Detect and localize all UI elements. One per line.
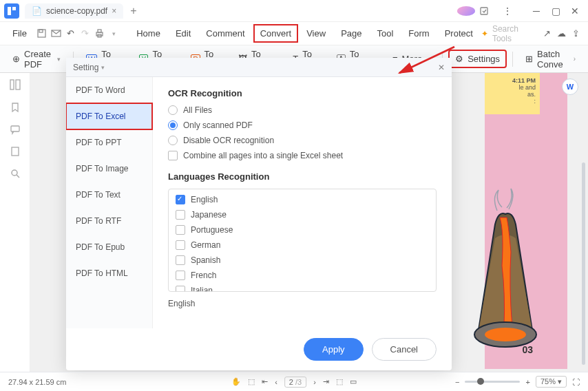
fit-page-icon[interactable]: ▭ [350,377,357,386]
menu-protect[interactable]: Protect [438,24,480,43]
document-page: 4:11 PM le and as. : 03 [485,73,567,369]
maximize-button[interactable]: ▢ [547,6,565,17]
cloud-icon[interactable]: ☁ [555,26,568,41]
cancel-button[interactable]: Cancel [372,338,437,361]
checkbox-icon [176,225,185,235]
redo-icon[interactable]: ↷ [78,26,92,41]
print-dropdown-icon[interactable]: ▾ [107,26,120,41]
checkbox-icon [176,286,185,292]
prev-page-icon[interactable]: ‹ [275,378,277,386]
svg-rect-12 [12,147,19,156]
select-tool-icon[interactable]: ⬚ [248,377,255,386]
undo-icon[interactable]: ↶ [64,26,77,41]
combine-pages-checkbox[interactable]: Combine all pages into a single Excel sh… [168,151,437,160]
bookmark-icon[interactable] [10,102,21,113]
checkbox-icon [176,210,185,220]
close-window-button[interactable]: ✕ [566,6,584,17]
menu-view[interactable]: View [300,24,333,43]
settings-nav: PDF To Word PDF To Excel PDF To PPT PDF … [66,77,153,328]
batch-icon: ⊞ [525,54,533,64]
ocr-all-files-radio[interactable]: All Files [168,105,437,115]
scrollbar[interactable] [582,162,585,365]
zoom-value[interactable]: 75% ▾ [536,376,567,388]
fit-width-icon[interactable]: ⬚ [336,377,343,386]
sparkle-icon: ✦ [481,29,488,39]
app-icon [4,3,19,19]
nav-pdf-to-rtf[interactable]: PDF To RTF [66,208,152,234]
nav-pdf-to-excel[interactable]: PDF To Excel [66,103,152,129]
lang-french[interactable]: French [176,271,429,280]
page-dimensions: 27.94 x 21.59 cm [8,378,66,386]
nav-pdf-to-text[interactable]: PDF To Text [66,182,152,208]
kebab-menu-icon[interactable]: ⋮ [498,6,516,17]
page-input[interactable]: 2 /3 [284,377,306,388]
next-page-icon[interactable]: › [313,378,316,386]
volcano-illustration [471,169,540,362]
svg-rect-9 [10,80,14,89]
batch-convert-button[interactable]: ⊞Batch Conve› [518,45,582,74]
sticky-note[interactable]: 4:11 PM le and as. : [485,73,540,114]
nav-pdf-to-epub[interactable]: PDF To Epub [66,234,152,260]
share-icon[interactable] [479,6,497,16]
lang-portuguese[interactable]: Portuguese [176,225,429,235]
apply-button[interactable]: Apply [304,338,364,361]
nav-pdf-to-html[interactable]: PDF To HTML [66,260,152,286]
menu-tool[interactable]: Tool [370,24,401,43]
open-external-icon[interactable]: ↗ [540,26,554,41]
window-controls: ⋮ ─ ▢ ✕ [457,6,584,17]
radio-icon [168,120,178,130]
checkbox-icon [176,271,185,280]
last-page-icon[interactable]: ⇥ [323,377,329,386]
ocr-disable-radio[interactable]: Disable OCR recognition [168,136,437,145]
menu-convert[interactable]: Convert [253,24,299,43]
dialog-header: Setting ▾ ✕ [66,58,452,77]
settings-button[interactable]: ⚙Settings [448,50,507,68]
menu-file[interactable]: File [6,24,34,43]
chevron-down-icon: ▾ [57,56,61,63]
nav-pdf-to-word[interactable]: PDF To Word [66,77,152,103]
lang-japanese[interactable]: Japanese [176,210,429,220]
lang-english[interactable]: English [176,195,429,204]
zoom-slider[interactable] [465,381,520,383]
search-tools[interactable]: ✦ Search Tools [481,24,532,43]
menu-home[interactable]: Home [129,24,167,43]
chevron-down-icon[interactable]: ▾ [101,64,105,71]
page-number: 03 [522,344,533,355]
attachment-icon[interactable] [10,146,21,157]
mail-icon[interactable] [50,26,63,41]
print-icon[interactable] [93,26,106,41]
zoom-out-icon[interactable]: − [455,378,459,386]
floating-word-export-icon[interactable]: W [562,78,578,95]
fullscreen-icon[interactable]: ⛶ [572,378,580,386]
menu-comment[interactable]: Comment [199,24,251,43]
ocr-scanned-radio[interactable]: Only scanned PDF [168,120,437,130]
menu-page[interactable]: Page [334,24,368,43]
account-avatar[interactable] [457,6,475,16]
svg-rect-1 [12,7,16,10]
search-panel-icon[interactable] [10,168,21,179]
zoom-in-icon[interactable]: + [525,378,529,386]
lang-italian[interactable]: Italian [176,286,429,292]
menu-edit[interactable]: Edit [169,24,198,43]
tab-close-icon[interactable]: × [112,6,116,16]
thumbnails-icon[interactable] [9,78,21,91]
languages-heading: Languages Recognition [168,171,437,182]
save-icon[interactable] [35,26,48,41]
lang-german[interactable]: German [176,240,429,250]
checkbox-icon [176,240,185,250]
comment-panel-icon[interactable] [10,124,21,135]
document-tab[interactable]: 📄 science-copy.pdf × [25,3,123,19]
hand-tool-icon[interactable]: ✋ [231,377,241,386]
nav-pdf-to-image[interactable]: PDF To Image [66,156,152,182]
create-pdf-button[interactable]: ⊕Create PDF▾ [6,45,67,74]
dialog-close-button[interactable]: ✕ [438,63,445,72]
minimize-button[interactable]: ─ [527,6,545,17]
menu-form[interactable]: Form [401,24,436,43]
first-page-icon[interactable]: ⇤ [262,377,268,386]
upload-icon[interactable]: ⇪ [569,26,582,41]
nav-pdf-to-ppt[interactable]: PDF To PPT [66,129,152,156]
ocr-heading: OCR Recognition [168,88,437,98]
new-tab-button[interactable]: + [130,5,136,17]
lang-spanish[interactable]: Spanish [176,255,429,265]
languages-list[interactable]: English Japanese Portuguese German Spani… [168,189,437,292]
